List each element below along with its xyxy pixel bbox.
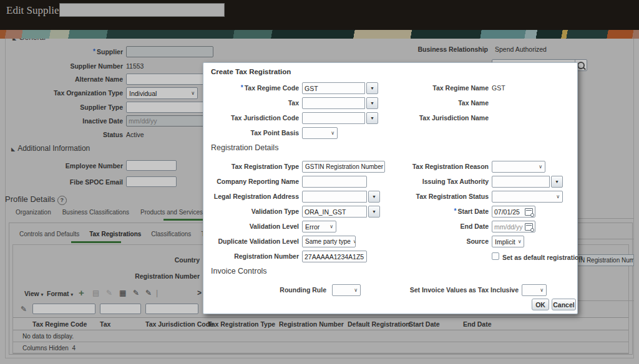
start-date-label-text: Start Date xyxy=(457,208,489,215)
calendar-icon[interactable] xyxy=(525,223,533,231)
duplicate-validation-level-value: Same party type xyxy=(305,238,351,245)
tax-registration-status-select[interactable]: ∨ xyxy=(492,191,563,203)
dropdown-arrow-icon: ▼ xyxy=(370,116,374,120)
rounding-rule-label: Rounding Rule xyxy=(203,286,326,294)
tax-regime-code-combobox[interactable]: ▼ xyxy=(302,82,378,94)
tax-registration-status-label: Tax Registration Status xyxy=(378,193,489,200)
dropdown-button[interactable]: ▼ xyxy=(551,176,563,188)
chevron-down-icon: ∨ xyxy=(540,287,544,293)
tax-jurisdiction-code-label: Tax Jurisdiction Code xyxy=(203,114,299,122)
required-marker: * xyxy=(454,208,456,214)
dropdown-arrow-icon: ▼ xyxy=(370,101,374,105)
validation-type-combobox[interactable]: ▼ xyxy=(302,206,380,218)
validation-level-label: Validation Level xyxy=(203,223,299,230)
tax-regime-code-label: *Tax Regime Code xyxy=(203,84,299,92)
chevron-down-icon: ∨ xyxy=(331,130,334,136)
tax-jurisdiction-code-input[interactable] xyxy=(302,112,365,124)
tax-registration-reason-label: Tax Registration Reason xyxy=(378,163,489,170)
tax-name-label: Tax Name xyxy=(378,99,489,107)
start-date-input[interactable] xyxy=(494,207,525,216)
tax-combobox[interactable]: ▼ xyxy=(302,97,378,109)
cancel-button[interactable]: Cancel xyxy=(552,299,576,310)
validation-level-select[interactable]: Error∨ xyxy=(302,221,336,232)
tax-jurisdiction-code-combobox[interactable]: ▼ xyxy=(302,112,378,124)
registration-number-input[interactable] xyxy=(302,251,367,262)
tax-registration-type-select[interactable]: GSTIN Registration Number∨ xyxy=(302,161,385,173)
legal-registration-address-label: Legal Registration Address xyxy=(203,193,299,200)
chevron-down-icon: ∨ xyxy=(539,164,542,170)
tax-regime-code-input[interactable] xyxy=(302,82,365,94)
tax-point-basis-select[interactable]: ∨ xyxy=(302,127,338,139)
tax-inclusive-label: Set Invoice Values as Tax Inclusive xyxy=(328,286,519,294)
tax-registration-reason-select[interactable]: ∨ xyxy=(492,161,545,173)
tax-label: Tax xyxy=(203,99,299,107)
create-tax-registration-dialog: Create Tax Registration *Tax Regime Code… xyxy=(203,62,578,314)
chevron-down-icon: ∨ xyxy=(353,239,356,244)
tax-input[interactable] xyxy=(302,97,365,109)
legal-registration-address-combobox[interactable]: ▼ xyxy=(302,191,380,203)
end-date-input[interactable] xyxy=(494,222,525,231)
tax-jurisdiction-name-label: Tax Jurisdiction Name xyxy=(378,114,489,122)
chevron-down-icon: ∨ xyxy=(556,194,560,199)
invoice-controls-section: Invoice Controls xyxy=(211,267,267,275)
tax-registration-type-value: GSTIN Registration Number xyxy=(305,163,383,170)
dropdown-button[interactable]: ▼ xyxy=(366,97,378,109)
dropdown-arrow-icon: ▼ xyxy=(370,86,374,90)
issuing-tax-authority-input[interactable] xyxy=(492,176,550,188)
validation-type-label: Validation Type xyxy=(203,208,299,215)
required-marker: * xyxy=(241,84,243,91)
dropdown-arrow-icon: ▼ xyxy=(372,194,376,199)
start-date-field[interactable] xyxy=(492,206,535,218)
tax-regime-name-label: Tax Regime Name xyxy=(378,84,489,92)
end-date-field[interactable] xyxy=(492,221,535,232)
duplicate-validation-level-select[interactable]: Same party type∨ xyxy=(302,236,356,247)
source-label: Source xyxy=(378,237,489,245)
duplicate-validation-level-label: Duplicate Validation Level xyxy=(203,237,299,245)
start-date-label: *Start Date xyxy=(378,208,489,215)
company-reporting-name-label: Company Reporting Name xyxy=(203,178,299,185)
chevron-down-icon: ∨ xyxy=(329,224,333,229)
tax-regime-name-value: GST xyxy=(492,84,505,92)
validation-type-input[interactable] xyxy=(302,206,367,218)
screen: { "topbar": { "title": "Edit Supplier:" … xyxy=(0,0,639,364)
source-select[interactable]: Implicit∨ xyxy=(492,236,524,247)
source-value: Implicit xyxy=(495,238,515,246)
end-date-label: End Date xyxy=(378,223,489,230)
registration-number-label: Registration Number xyxy=(203,252,299,260)
dialog-title: Create Tax Registration xyxy=(211,68,291,75)
dropdown-arrow-icon: ▼ xyxy=(555,180,559,184)
company-reporting-name-input[interactable] xyxy=(302,176,367,188)
validation-level-value: Error xyxy=(305,223,320,231)
set-default-checkbox[interactable] xyxy=(492,252,499,260)
registration-details-section: Registration Details xyxy=(211,143,278,152)
dropdown-button[interactable]: ▼ xyxy=(366,82,378,94)
tax-inclusive-select[interactable]: ∨ xyxy=(522,284,547,296)
calendar-icon[interactable] xyxy=(525,208,533,216)
tax-registration-type-label: Tax Registration Type xyxy=(203,163,299,170)
legal-registration-address-input[interactable] xyxy=(302,191,367,203)
issuing-tax-authority-label: Issuing Tax Authority xyxy=(378,178,489,185)
issuing-tax-authority-combobox[interactable]: ▼ xyxy=(492,176,563,188)
chevron-down-icon: ∨ xyxy=(518,239,522,244)
tax-regime-code-label-text: Tax Regime Code xyxy=(245,84,299,92)
dropdown-button[interactable]: ▼ xyxy=(366,112,378,124)
set-default-label: Set as default registration xyxy=(502,254,583,261)
tax-point-basis-label: Tax Point Basis xyxy=(203,129,299,136)
ok-button[interactable]: OK xyxy=(532,299,549,310)
dropdown-arrow-icon: ▼ xyxy=(372,209,376,214)
